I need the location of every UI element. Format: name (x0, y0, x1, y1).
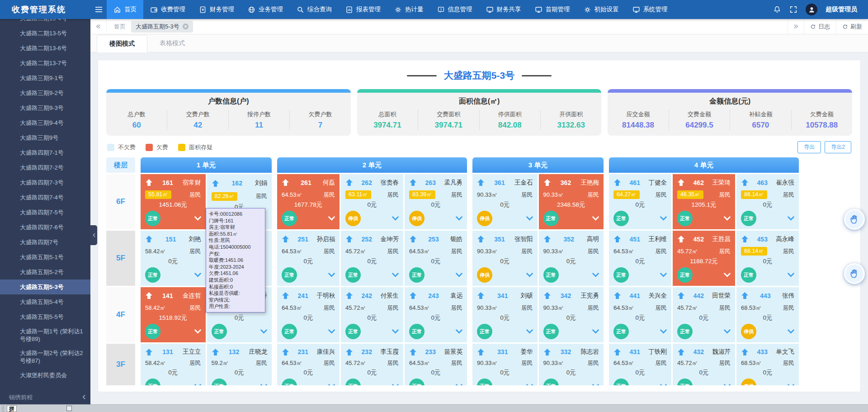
status-badge[interactable]: 正常 (543, 379, 559, 385)
sidebar-item[interactable]: 大盛路四期7号 (0, 235, 90, 250)
chevron-down-icon[interactable] (660, 273, 667, 277)
status-badge[interactable]: 正常 (677, 324, 693, 339)
nav-item-init-setting[interactable]: 初始设置 (577, 0, 626, 19)
unit-cell[interactable]: 453高永峰68.14㎡居民0元正常 (736, 231, 799, 286)
taskbar-grip[interactable] (1, 406, 5, 412)
unit-cell[interactable]: 432魏淑芹45.72㎡居民0元正常 (673, 344, 735, 385)
unit-cell[interactable]: 441关兴全64.53㎡居民0元正常 (609, 287, 671, 342)
sidebar-item[interactable]: 大盛路四期7-2号 (0, 160, 90, 175)
chevron-down-icon[interactable] (788, 216, 794, 221)
unit-cell[interactable]: 351张智阳90.33㎡居民0元停供 (472, 231, 538, 286)
sidebar-item[interactable]: 大盛路三期9-3号 (0, 100, 90, 115)
sidebar-item[interactable]: 大盛路五期5-3号 (0, 279, 90, 294)
chevron-down-icon[interactable] (526, 384, 533, 385)
status-badge[interactable]: 停供 (741, 379, 756, 385)
chevron-down-icon[interactable] (526, 329, 533, 334)
floating-hand-button-2[interactable] (844, 263, 865, 284)
chevron-down-icon[interactable] (194, 216, 201, 221)
unit-cell[interactable]: 443张伟68.53㎡居民0元停供 (736, 287, 799, 342)
unit-cell[interactable]: 341刘硕90.33㎡居民0元正常 (472, 287, 538, 342)
sidebar-item[interactable]: 大盛路二期13-7号 (0, 56, 90, 71)
unit-cell[interactable]: 461丁健全64.27㎡居民0元正常 (609, 174, 671, 229)
status-badge[interactable]: 正常 (741, 267, 756, 283)
tab-home[interactable]: 首页 (114, 23, 126, 31)
status-badge[interactable]: 正常 (477, 379, 492, 385)
unit-cell[interactable]: 442田世荣45.72㎡居民0元正常 (673, 287, 735, 342)
status-badge[interactable]: 正常 (677, 211, 693, 226)
tab-active[interactable]: 大盛路五期5-3号 (131, 21, 193, 33)
status-badge[interactable]: 正常 (613, 379, 629, 385)
status-badge[interactable]: 正常 (741, 211, 756, 226)
status-badge[interactable]: 停供 (477, 211, 492, 226)
status-badge[interactable]: 正常 (282, 324, 297, 339)
nav-item-info[interactable]: i信息管理 (430, 0, 479, 19)
chevron-down-icon[interactable] (194, 384, 201, 385)
unit-cell[interactable]: 161宿常财55.81㎡居民1451.06元正常 (141, 174, 206, 229)
taskbar-tool-icon[interactable] (66, 406, 72, 411)
chevron-down-icon[interactable] (328, 384, 335, 385)
sidebar-item[interactable]: 大溆堡村民委员会 (0, 368, 90, 383)
chevron-down-icon[interactable] (456, 384, 462, 385)
nav-item-finance-share[interactable]: 财务共享 (479, 0, 528, 19)
unit-cell[interactable]: 452王胜昌45.72㎡居民1188.72元正常 (673, 231, 735, 286)
view-tab-0[interactable]: 楼图模式 (97, 35, 147, 52)
chevron-down-icon[interactable] (724, 384, 731, 385)
nav-item-business[interactable]: 业务管理 (241, 0, 290, 19)
chevron-down-icon[interactable] (194, 329, 201, 334)
sidebar-item[interactable]: 大盛路三期9-2号 (0, 85, 90, 100)
close-icon[interactable] (183, 24, 189, 29)
chevron-down-icon[interactable] (328, 216, 335, 221)
status-badge[interactable]: 正常 (409, 324, 425, 339)
chevron-down-icon[interactable] (660, 384, 667, 385)
nav-item-home[interactable]: 首页 (107, 0, 143, 19)
chevron-down-icon[interactable] (456, 216, 462, 221)
unit-cell[interactable]: 132庄晓龙59.2㎡居民0元正常 (207, 344, 272, 385)
unit-cell[interactable]: 431丁铁刚64.53㎡居民0元正常 (609, 344, 671, 385)
unit-cell[interactable]: 262张贵春63.11㎡居民0元停供 (341, 174, 403, 229)
unit-cell[interactable]: 253银皓64.53㎡居民0元正常 (405, 231, 467, 286)
sidebar-item[interactable]: 大盛路五期5-5号 (0, 309, 90, 324)
unit-cell[interactable]: 463崔永强86.14㎡居民0元正常 (736, 174, 799, 229)
status-badge[interactable]: 正常 (613, 324, 629, 339)
sidebar-item[interactable]: 大盛路四期7-1号 (0, 145, 90, 160)
status-badge[interactable]: 正常 (613, 211, 629, 226)
floating-hand-button-1[interactable] (844, 209, 865, 230)
nav-item-charge[interactable]: 收费管理 (143, 0, 192, 19)
sidebar-item[interactable]: 大盛路二期13-5号 (0, 26, 90, 41)
chevron-down-icon[interactable] (788, 384, 794, 385)
chevron-down-icon[interactable] (260, 384, 267, 385)
nav-item-query[interactable]: 综合查询 (290, 0, 339, 19)
chevron-down-icon[interactable] (526, 216, 533, 221)
chevron-down-icon[interactable] (392, 273, 399, 277)
chevron-down-icon[interactable] (328, 273, 335, 277)
nav-item-first-period[interactable]: 首期管理 (528, 0, 577, 19)
sidebar-item[interactable]: 大盛路五期5-1号 (0, 250, 90, 265)
unit-cell[interactable]: 263孟凡勇83.39㎡居民0元停供 (405, 174, 467, 229)
unit-cell[interactable]: 451王利维64.53㎡居民0元正常 (609, 231, 671, 286)
chevron-down-icon[interactable] (328, 329, 335, 334)
unit-cell[interactable]: 242付景生45.72㎡居民0元正常 (341, 287, 403, 342)
chevron-down-icon[interactable] (260, 329, 267, 334)
unit-cell[interactable]: 361王金石90.33㎡居民0元停供 (472, 174, 538, 229)
status-badge[interactable]: 正常 (345, 267, 361, 283)
bell-icon[interactable] (773, 5, 781, 14)
status-badge[interactable]: 正常 (409, 379, 425, 385)
sidebar-item[interactable]: 大盛路四期7-6号 (0, 220, 90, 235)
status-badge[interactable]: 正常 (282, 267, 297, 283)
unit-cell[interactable]: 462王荣琦46.35㎡居民1205.1元正常 (673, 174, 735, 229)
status-badge[interactable]: 正常 (212, 379, 227, 385)
unit-cell[interactable]: 243袁远64.53㎡居民0元正常 (405, 287, 467, 342)
status-badge[interactable]: 正常 (212, 324, 227, 339)
unit-cell[interactable]: 332陈志岩90.33㎡居民0元正常 (539, 344, 604, 385)
chevron-down-icon[interactable] (592, 384, 599, 385)
sidebar-item[interactable]: 大盛路四期7-5号 (0, 205, 90, 220)
log-button[interactable]: 日志 (804, 19, 836, 34)
status-badge[interactable]: 正常 (477, 324, 492, 339)
ime-indicator[interactable]: 拼 (7, 405, 17, 412)
status-badge[interactable]: 正常 (145, 267, 160, 283)
unit-cell[interactable]: 261何磊64.53㎡居民1677.78元正常 (277, 174, 340, 229)
sidebar-item[interactable]: 大盛路五期5-2号 (0, 265, 90, 279)
unit-cell[interactable]: 233苗景英64.53㎡居民0元正常 (405, 344, 467, 385)
avatar[interactable] (806, 4, 817, 15)
sidebar-item[interactable]: 大盛路四期7-4号 (0, 190, 90, 205)
